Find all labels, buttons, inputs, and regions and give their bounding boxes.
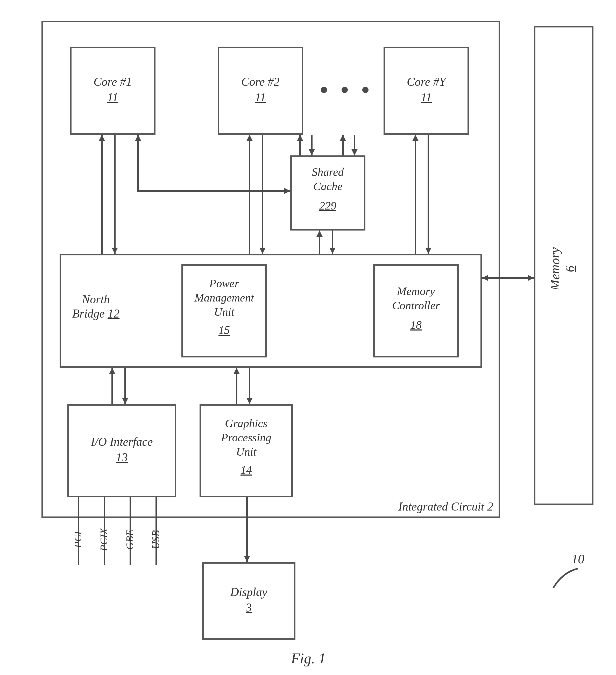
ellipsis-dot [362,87,368,93]
memory-label: Memory6 [547,243,577,295]
arrow-gpu-display [246,497,248,562]
pmu-num: 15 [182,324,267,337]
ellipsis-dot [321,87,327,93]
arrow-core1-cache [137,135,139,192]
gpu-label-c: Unit [200,446,293,459]
arrow-corey-nb [428,135,429,254]
io-num: 13 [67,451,176,464]
bus-gbe-label: GBE [124,524,136,555]
north-bridge-label2: Bridge 12 [67,307,124,321]
bus-pci-label: PCI [72,524,84,555]
ref-10: 10 [565,552,591,567]
figure-label: Fig. 1 [280,650,337,667]
memctl-num: 18 [373,319,459,332]
shared-cache-label-b: Cache [290,180,365,193]
arrow-core2-nb [262,135,263,254]
display-label: Display [202,585,295,599]
arrow-core1-nb [114,135,116,254]
arrow-core1-nb [101,135,102,254]
memctl-label-a: Memory [373,285,459,298]
ellipsis-dot [342,87,348,93]
core-2-num: 11 [218,91,303,104]
north-bridge-label: North [67,293,124,306]
pmu-label-c: Unit [182,306,267,319]
core-2-label: Core #2 [218,75,303,89]
ref-10-tick [549,567,583,591]
shared-cache-num: 229 [290,200,365,213]
pmu-label-a: Power [182,277,267,290]
pmu-label-b: Management [182,291,267,305]
arrow-nb-memory [482,277,534,279]
core-1-num: 11 [70,91,155,104]
core-y-label: Core #Y [384,75,469,89]
core-y-num: 11 [384,91,469,104]
display-num: 3 [202,601,295,615]
arrow-core2-nb [249,135,250,254]
arrow-corey-nb [415,135,416,254]
core-1-label: Core #1 [70,75,155,89]
arrow-core1-cache [137,190,290,192]
shared-cache-label-a: Shared [290,166,365,179]
bus-pcix-label: PCIX [98,524,110,555]
bus-usb-label: USB [149,524,162,555]
gpu-label-b: Processing [200,431,293,444]
memctl-label-b: Controller [373,299,459,312]
gpu-num: 14 [200,464,293,477]
io-label: I/O Interface [67,435,176,449]
integrated-circuit-label: Integrated Circuit 2 [394,500,497,514]
gpu-label-a: Graphics [200,417,293,430]
